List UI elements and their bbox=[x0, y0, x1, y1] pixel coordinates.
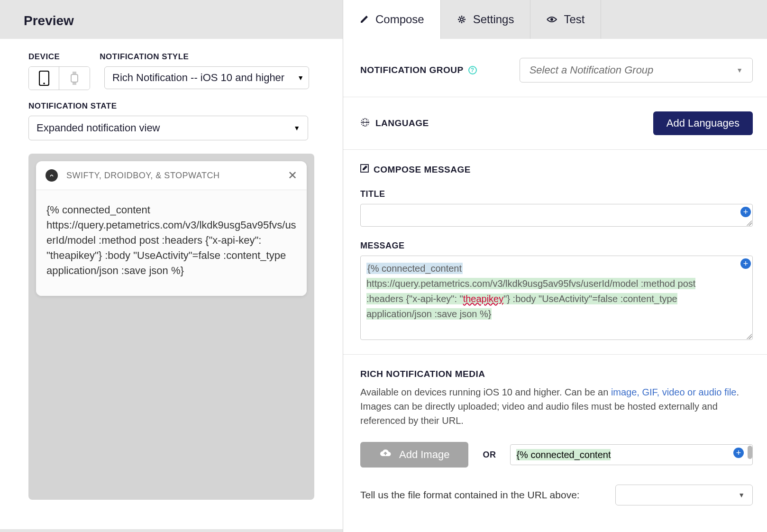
device-phone-button[interactable] bbox=[29, 67, 59, 90]
add-image-button[interactable]: Add Image bbox=[360, 442, 468, 468]
file-format-select[interactable]: ▼ bbox=[615, 485, 753, 505]
chevron-down-icon: ▼ bbox=[297, 74, 304, 82]
globe-icon bbox=[360, 118, 370, 129]
svg-point-5 bbox=[48, 172, 55, 179]
notification-group-select[interactable]: Select a Notification Group ▼ bbox=[520, 58, 753, 83]
tab-compose[interactable]: Compose bbox=[343, 0, 441, 39]
preview-header: Preview bbox=[0, 0, 343, 39]
media-types-link[interactable]: image, GIF, video or audio file bbox=[611, 387, 737, 397]
svg-rect-4 bbox=[73, 83, 76, 85]
compose-message-section: COMPOSE MESSAGE TITLE + MESSAGE {% conne… bbox=[343, 149, 767, 354]
phone-icon bbox=[39, 71, 49, 86]
chevron-down-icon: ▼ bbox=[736, 66, 743, 74]
rich-media-description: Available on devices running iOS 10 and … bbox=[360, 385, 753, 428]
eye-icon bbox=[547, 16, 557, 23]
svg-rect-3 bbox=[73, 72, 76, 74]
chevron-down-icon: ▼ bbox=[738, 491, 745, 499]
help-icon[interactable]: ? bbox=[468, 66, 477, 74]
personalization-add-icon[interactable]: + bbox=[740, 207, 751, 217]
app-icon bbox=[46, 169, 58, 182]
message-field-label: MESSAGE bbox=[360, 241, 753, 251]
watch-icon bbox=[70, 71, 79, 85]
notification-preview-card: SWIFTY, DROIDBOY, & STOPWATCH ✕ {% conne… bbox=[36, 161, 307, 296]
tab-bar: Compose Settings Test bbox=[343, 0, 767, 39]
edit-icon bbox=[360, 164, 369, 175]
editor-panel: Compose Settings Test NOTIFICATION GROUP… bbox=[343, 0, 767, 532]
preview-canvas: SWIFTY, DROIDBOY, & STOPWATCH ✕ {% conne… bbox=[28, 154, 314, 500]
file-format-prompt: Tell us the file format contained in the… bbox=[360, 489, 580, 501]
or-divider: OR bbox=[483, 450, 496, 460]
personalization-add-icon[interactable]: + bbox=[733, 448, 744, 458]
language-label: LANGUAGE bbox=[360, 118, 429, 129]
close-icon[interactable]: ✕ bbox=[288, 169, 297, 182]
svg-point-7 bbox=[550, 18, 553, 21]
resize-handle[interactable] bbox=[746, 333, 752, 339]
device-label: DEVICE bbox=[28, 52, 60, 62]
notification-group-label: NOTIFICATION GROUP ? bbox=[360, 65, 477, 75]
message-text-part: {% connected_content bbox=[366, 263, 463, 274]
svg-point-6 bbox=[460, 18, 463, 21]
tab-settings[interactable]: Settings bbox=[441, 0, 531, 39]
personalization-add-icon[interactable]: + bbox=[740, 258, 751, 269]
cloud-upload-icon bbox=[379, 449, 392, 461]
notification-state-select[interactable]: Expanded notification view ▼ bbox=[28, 116, 308, 140]
pencil-icon bbox=[359, 15, 369, 24]
notification-app-title: SWIFTY, DROIDBOY, & STOPWATCH bbox=[66, 171, 288, 181]
media-url-input[interactable]: {% connected_content + bbox=[510, 444, 753, 465]
notification-state-label: NOTIFICATION STATE bbox=[28, 101, 314, 111]
tab-test[interactable]: Test bbox=[530, 0, 601, 39]
chevron-down-icon: ▼ bbox=[293, 124, 300, 132]
resize-handle[interactable] bbox=[746, 220, 752, 226]
message-input[interactable]: {% connected_content https://query.petam… bbox=[360, 256, 753, 340]
style-select-value: Rich Notification -- iOS 10 and higher bbox=[112, 72, 284, 84]
message-text-apikey: theapikey bbox=[463, 294, 504, 304]
gear-icon bbox=[457, 15, 466, 24]
preview-panel: Preview DEVICE NOTIFICATION STYLE Rich N… bbox=[0, 0, 343, 532]
scrollbar-thumb[interactable] bbox=[748, 446, 752, 459]
svg-point-1 bbox=[43, 83, 45, 84]
state-select-value: Expanded notification view bbox=[37, 122, 160, 134]
svg-rect-2 bbox=[71, 74, 78, 82]
title-input[interactable] bbox=[360, 204, 753, 227]
compose-message-label: COMPOSE MESSAGE bbox=[360, 164, 753, 175]
device-watch-button[interactable] bbox=[59, 67, 90, 90]
add-languages-button[interactable]: Add Languages bbox=[653, 111, 753, 135]
notification-body-text: {% connected_content https://query.petam… bbox=[36, 190, 307, 296]
rich-media-section: RICH NOTIFICATION MEDIA Available on dev… bbox=[343, 354, 767, 520]
notification-group-section: NOTIFICATION GROUP ? Select a Notificati… bbox=[343, 39, 767, 97]
language-section: LANGUAGE Add Languages bbox=[343, 97, 767, 149]
rich-media-label: RICH NOTIFICATION MEDIA bbox=[360, 369, 753, 379]
device-toggle bbox=[28, 66, 90, 90]
title-field-label: TITLE bbox=[360, 189, 753, 199]
notification-style-label: NOTIFICATION STYLE bbox=[100, 52, 189, 62]
notification-style-select[interactable]: Rich Notification -- iOS 10 and higher ▼ bbox=[104, 66, 309, 89]
